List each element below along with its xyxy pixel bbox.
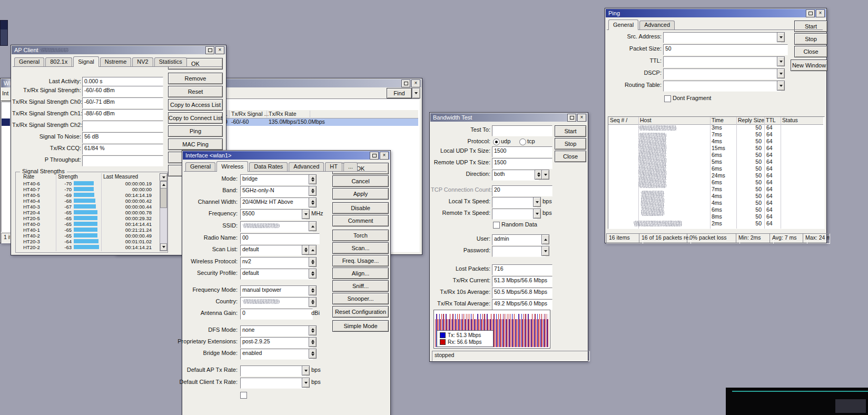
scan-button[interactable]: Scan... — [332, 242, 389, 254]
rollup-button[interactable] — [567, 114, 576, 122]
updown-button[interactable] — [309, 337, 317, 347]
ap-client-tab-general[interactable]: General — [14, 57, 44, 66]
mac-ping-button[interactable]: MAC Ping — [168, 139, 223, 150]
antenna-gain-field[interactable]: 0 — [240, 309, 313, 320]
snooper-button[interactable]: Snooper... — [332, 293, 389, 304]
copy-to-access-list-button[interactable]: Copy to Access List — [168, 99, 223, 111]
find-filter-dropdown[interactable] — [412, 88, 420, 98]
rollup-button[interactable] — [370, 152, 379, 160]
dropdown-button[interactable] — [777, 68, 785, 78]
column-header-tx-rx-signal[interactable]: Tx/Rx Signal ... — [231, 111, 269, 117]
ping-button[interactable]: Ping — [168, 125, 223, 137]
simple-mode-button[interactable]: Simple Mode — [332, 320, 389, 332]
tx-rx-current-field[interactable]: 51.3 Mbps/56.6 Mbps — [492, 276, 553, 287]
scan-list-field[interactable]: default — [240, 245, 306, 256]
updown-button[interactable] — [309, 174, 317, 184]
table-filter-dropdown[interactable] — [160, 173, 167, 181]
dfs-mode-field[interactable]: none — [240, 325, 313, 337]
local-tx-speed-field[interactable] — [492, 197, 537, 208]
default-ap-tx-rate-field[interactable] — [240, 365, 306, 377]
radio-name-field[interactable]: 00 — [240, 233, 320, 244]
remove-button[interactable]: Remove — [168, 73, 223, 84]
tx-rx-signal-strength-ch2-field[interactable] — [82, 121, 163, 132]
ap-client-tab-nstreme[interactable]: Nstreme — [100, 57, 132, 66]
column-header-strength[interactable]: Strength — [58, 174, 78, 180]
band-field[interactable]: 5GHz-only-N — [240, 186, 313, 197]
lost-packets-field[interactable]: 716 — [492, 264, 553, 275]
interface-tab-ht[interactable]: HT — [325, 162, 342, 171]
column-header-reply-size[interactable]: Reply Size — [738, 117, 764, 124]
dropdown-button[interactable] — [541, 170, 549, 180]
sniff-button[interactable]: Sniff... — [332, 280, 389, 292]
selected-list-item[interactable] — [2, 118, 10, 126]
close-button[interactable]: × — [411, 80, 420, 87]
test-to-field[interactable] — [492, 125, 553, 136]
dropdown-button[interactable] — [302, 378, 310, 388]
column-header-rate[interactable]: Rate — [23, 174, 34, 180]
column-header-status[interactable]: Status — [782, 117, 798, 124]
column-header-host[interactable]: Host — [640, 117, 652, 124]
collapse-button[interactable] — [309, 245, 317, 255]
password-field[interactable] — [492, 246, 546, 257]
tx-rx-10s-average-field[interactable]: 50.5 Mbps/56.8 Mbps — [492, 288, 553, 299]
updown-button[interactable] — [309, 297, 317, 307]
tx-rx-signal-strength-ch0-field[interactable]: -60/-71 dBm — [82, 97, 163, 108]
radio-udp[interactable] — [493, 139, 500, 145]
dropdown-button[interactable] — [777, 32, 785, 42]
signal-table-scrollbar[interactable] — [160, 181, 167, 251]
frequency-field[interactable]: 5500 — [240, 209, 306, 220]
mode-field[interactable]: bridge — [240, 174, 313, 185]
ap-client-titlebar[interactable]: AP Client × — [12, 46, 225, 54]
updown-button[interactable] — [309, 186, 317, 196]
user-field[interactable]: admin — [492, 234, 546, 245]
default-client-tx-rate-field[interactable] — [240, 378, 306, 389]
align-button[interactable]: Align... — [332, 268, 389, 279]
radio-tcp[interactable] — [519, 139, 526, 145]
dropdown-button[interactable] — [777, 81, 785, 91]
dropdown-button[interactable] — [302, 209, 310, 219]
bandwidth-test-titlebar[interactable]: Bandwidth Test × — [430, 113, 587, 122]
freq-usage-button[interactable]: Freq. Usage... — [332, 255, 389, 266]
remote-tx-speed-field[interactable] — [492, 209, 537, 220]
start-button[interactable]: Start — [794, 21, 827, 32]
dropdown-button[interactable] — [302, 365, 310, 376]
tx-rx-total-average-field[interactable]: 49.2 Mbps/56.0 Mbps — [492, 299, 553, 310]
frequency-mode-field[interactable]: manual txpower — [240, 285, 313, 297]
close-button[interactable]: × — [577, 114, 586, 122]
proprietary-extensions-field[interactable]: post-2.9.25 — [240, 337, 313, 348]
checkbox[interactable] — [240, 392, 247, 399]
scrollbar-thumb[interactable] — [160, 188, 167, 208]
column-header-ttl[interactable]: TTL — [766, 117, 776, 124]
stop-button[interactable]: Stop — [794, 33, 827, 45]
reset-configuration-button[interactable]: Reset Configuration — [332, 306, 389, 318]
tab-interfaces[interactable]: Int — [2, 89, 11, 98]
taskbar-fragment[interactable] — [726, 388, 868, 415]
checkbox-random-data[interactable] — [493, 222, 500, 229]
interface-tab-advanced[interactable]: Advanced — [289, 162, 324, 171]
ssid-field[interactable] — [240, 221, 313, 232]
column-header-seq[interactable]: Seq # / — [610, 117, 627, 124]
dropdown-button[interactable] — [533, 197, 541, 207]
remote-udp-tx-size-field[interactable]: 1500 — [492, 158, 553, 169]
stop-button[interactable]: Stop — [555, 138, 586, 150]
interface-tab-wireless[interactable]: Wireless — [216, 161, 248, 172]
p-throughput-field[interactable] — [82, 155, 163, 166]
find-button[interactable]: Find — [387, 88, 412, 98]
interface-tab-general[interactable]: General — [185, 162, 215, 171]
collapse-button[interactable] — [309, 221, 317, 231]
updown-button[interactable] — [309, 257, 317, 267]
tx-rx-signal-strength-ch1-field[interactable]: -88/-60 dBm — [82, 109, 163, 120]
wireless-protocol-field[interactable]: nv2 — [240, 257, 313, 268]
packet-size-field[interactable]: 50 — [663, 44, 788, 55]
signal-to-noise-field[interactable]: 56 dB — [82, 132, 163, 143]
scroll-down-button[interactable] — [160, 243, 167, 251]
updown-button[interactable] — [309, 285, 317, 295]
tx-rx-signal-strength-field[interactable]: -60/-60 dBm — [82, 86, 163, 97]
ping-tab-general[interactable]: General — [608, 19, 638, 30]
scroll-up-button[interactable] — [160, 181, 167, 189]
rollup-button[interactable] — [806, 9, 815, 17]
ttl-field[interactable] — [663, 56, 781, 67]
dropdown-button[interactable] — [533, 209, 541, 219]
ap-client-tab-802-1x[interactable]: 802.1x — [45, 57, 72, 66]
close-button[interactable]: × — [816, 9, 825, 17]
